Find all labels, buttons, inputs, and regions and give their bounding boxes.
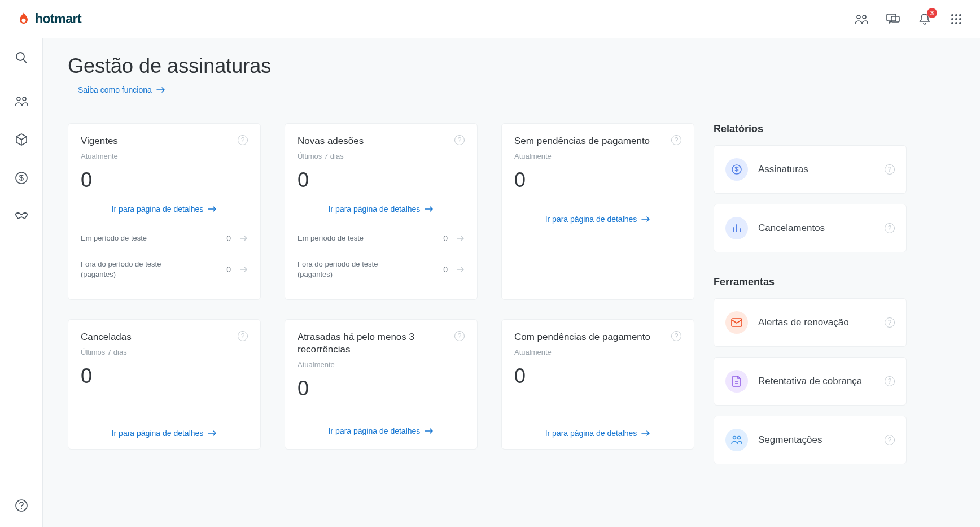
info-icon[interactable]: ? — [671, 135, 681, 145]
card-subtitle: Atualmente — [81, 152, 248, 160]
apps-grid-icon[interactable] — [948, 11, 964, 27]
breakdown-value: 0 — [443, 234, 448, 243]
svg-point-0 — [22, 18, 26, 22]
learn-more-label: Saiba como funciona — [78, 85, 152, 94]
search-icon[interactable] — [14, 50, 29, 66]
learn-more-link[interactable]: Saiba como funciona — [78, 85, 165, 94]
card-value: 0 — [81, 168, 248, 192]
details-link-label: Ir para página de detalhes — [112, 204, 204, 214]
tool-retentativa[interactable]: Retentativa de cobrança ? — [714, 357, 907, 406]
page-title: Gestão de assinaturas — [68, 54, 953, 78]
people-group-icon — [725, 429, 748, 451]
arrow-right-icon — [641, 430, 650, 437]
logo-text: hotmart — [35, 11, 81, 27]
card-value: 0 — [514, 168, 681, 192]
details-link-label: Ir para página de detalhes — [329, 426, 421, 435]
breakdown-value: 0 — [226, 265, 231, 274]
people-icon[interactable] — [854, 11, 869, 27]
card-value: 0 — [514, 364, 681, 388]
arrow-right-icon — [425, 428, 434, 434]
info-icon[interactable]: ? — [885, 376, 895, 386]
details-link[interactable]: Ir para página de detalhes — [545, 429, 651, 438]
reports-title: Relatórios — [714, 123, 907, 135]
arrow-right-icon — [457, 235, 465, 242]
tools-title: Ferramentas — [714, 276, 907, 288]
flame-icon — [16, 11, 32, 27]
breakdown-label: Em período de teste — [298, 233, 364, 243]
svg-point-2 — [863, 15, 866, 19]
card-title: Com pendências de pagamento — [514, 331, 650, 343]
svg-point-22 — [733, 437, 736, 439]
details-link-label: Ir para página de detalhes — [545, 429, 637, 438]
sidebar-people-icon[interactable] — [14, 93, 29, 109]
card-com-pendencias: Com pendências de pagamento ? Atualmente… — [501, 319, 694, 450]
logo[interactable]: hotmart — [16, 11, 81, 27]
breakdown-row-paying[interactable]: Fora do período de teste (pagantes) 0 — [81, 251, 248, 288]
tool-alertas[interactable]: Alertas de renovação ? — [714, 298, 907, 347]
bell-icon[interactable]: 3 — [917, 11, 933, 27]
document-icon — [725, 370, 748, 393]
breakdown-value: 0 — [226, 234, 231, 243]
breakdown-row-paying[interactable]: Fora do período de teste (pagantes) 0 — [298, 251, 465, 288]
svg-point-1 — [857, 15, 860, 19]
card-subtitle: Atualmente — [298, 360, 465, 369]
card-value: 0 — [81, 364, 248, 388]
svg-point-15 — [17, 97, 20, 101]
svg-point-19 — [21, 508, 22, 509]
details-link[interactable]: Ir para página de detalhes — [329, 426, 434, 435]
info-icon[interactable]: ? — [238, 331, 248, 341]
svg-point-6 — [955, 14, 957, 16]
arrow-right-icon — [240, 266, 248, 273]
arrow-right-icon — [641, 216, 650, 223]
dollar-icon[interactable] — [14, 170, 29, 186]
card-sem-pendencias: Sem pendências de pagamento ? Atualmente… — [501, 123, 694, 300]
info-icon[interactable]: ? — [885, 164, 895, 175]
breakdown-row-trial[interactable]: Em período de teste 0 — [81, 225, 248, 251]
breakdown-value: 0 — [443, 265, 448, 274]
box-icon[interactable] — [14, 132, 29, 147]
info-icon[interactable]: ? — [885, 435, 895, 445]
details-link-label: Ir para página de detalhes — [545, 215, 637, 224]
svg-point-5 — [951, 14, 953, 16]
info-icon[interactable]: ? — [454, 135, 465, 145]
breakdown-label: Em período de teste — [81, 233, 147, 243]
handshake-icon[interactable] — [14, 208, 29, 224]
card-value: 0 — [298, 377, 465, 400]
card-subtitle: Últimos 7 dias — [298, 152, 465, 160]
help-icon[interactable] — [14, 498, 29, 513]
report-assinaturas[interactable]: Assinaturas ? — [714, 145, 907, 194]
info-icon[interactable]: ? — [671, 331, 681, 341]
details-link[interactable]: Ir para página de detalhes — [112, 429, 217, 438]
card-value: 0 — [298, 168, 465, 192]
details-link[interactable]: Ir para página de detalhes — [545, 215, 651, 224]
report-label: Assinaturas — [758, 164, 869, 175]
arrow-right-icon — [208, 206, 217, 212]
svg-point-12 — [955, 22, 957, 24]
info-icon[interactable]: ? — [885, 317, 895, 328]
card-subtitle: Últimos 7 dias — [81, 348, 248, 356]
tool-segmentacoes[interactable]: Segmentações ? — [714, 416, 907, 464]
info-icon[interactable]: ? — [454, 331, 465, 341]
details-link-label: Ir para página de detalhes — [112, 429, 204, 438]
arrow-right-icon — [240, 235, 248, 242]
card-title: Canceladas — [81, 331, 132, 343]
details-link[interactable]: Ir para página de detalhes — [329, 204, 434, 214]
sidebar — [0, 38, 43, 527]
chat-icon[interactable] — [885, 11, 901, 27]
arrow-right-icon — [457, 266, 465, 273]
card-title: Atrasadas há pelo menos 3 recorrências — [298, 331, 449, 356]
reports-section: Relatórios Assinaturas ? Cancelamentos — [714, 123, 907, 252]
details-link-label: Ir para página de detalhes — [329, 204, 421, 214]
topbar: hotmart 3 — [0, 0, 980, 38]
info-icon[interactable]: ? — [885, 223, 895, 233]
tool-label: Alertas de renovação — [758, 317, 869, 328]
arrow-right-icon — [425, 206, 434, 212]
svg-point-11 — [951, 22, 953, 24]
svg-rect-21 — [732, 319, 742, 326]
info-icon[interactable]: ? — [238, 135, 248, 145]
details-link[interactable]: Ir para página de detalhes — [112, 204, 217, 214]
report-cancelamentos[interactable]: Cancelamentos ? — [714, 204, 907, 252]
breakdown-row-trial[interactable]: Em período de teste 0 — [298, 225, 465, 251]
card-canceladas: Canceladas ? Últimos 7 dias 0 Ir para pá… — [68, 319, 261, 450]
card-title: Sem pendências de pagamento — [514, 135, 650, 147]
